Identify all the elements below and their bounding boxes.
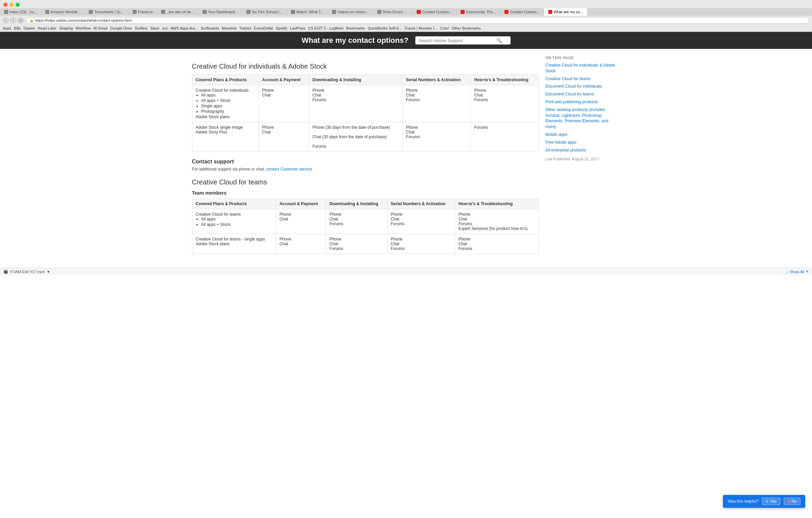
- sidebar-link-cc-individuals[interactable]: Creative Cloud for individuals & Adobe S…: [546, 62, 620, 74]
- sidebar-link-mobile[interactable]: Mobile apps: [546, 132, 620, 138]
- bookmark-item[interactable]: Apps: [3, 26, 11, 30]
- bookmark-item[interactable]: Bookmarks: [346, 26, 365, 30]
- traffic-lights: [0, 0, 812, 8]
- browser-tab[interactable]: What are my co...: [544, 8, 587, 16]
- browser-tab[interactable]: Watch: What T...: [287, 8, 328, 16]
- bookmark-item[interactable]: Bills: [14, 26, 21, 30]
- table-row: Creative Cloud for teams - single apps A…: [192, 234, 538, 254]
- search-input[interactable]: [419, 38, 494, 43]
- bookmark-item[interactable]: QuickBooks Self-E...: [368, 26, 402, 30]
- tab-label: Contact Custom...: [510, 10, 540, 14]
- minimize-button[interactable]: [10, 3, 14, 7]
- sidebar-link-print[interactable]: Print and publishing products: [546, 99, 620, 105]
- plan-extra: Adobe Stock plans: [196, 114, 255, 119]
- search-icon[interactable]: 🔍: [496, 38, 502, 43]
- sidebar-link-dc-individuals[interactable]: Document Cloud for individuals: [546, 84, 620, 89]
- browser-tab[interactable]: Contact Custom...: [500, 8, 544, 16]
- url-bar[interactable]: 🔒 https://helpx.adobe.com/contact/what-c…: [26, 17, 809, 24]
- bookmark-item[interactable]: CS EDIT 2 - LogMein: [308, 26, 344, 30]
- forward-button[interactable]: ›: [10, 17, 16, 23]
- table-cell-serial: PhoneChatForums: [402, 122, 471, 152]
- url-text: https://helpx.adobe.com/contact/what-con…: [35, 18, 132, 22]
- bookmark-item[interactable]: Daylee: [23, 26, 35, 30]
- bottom-bar: 🎬 FOAM Edit V17.mp4 ▼ ↓ Show All ✕: [0, 268, 812, 275]
- file-icon: 🎬: [3, 269, 8, 274]
- list-item: All apps: [201, 93, 255, 97]
- sidebar-link-free[interactable]: Free Adobe apps: [546, 140, 620, 145]
- bookmark-item[interactable]: Future | Monster I...: [405, 26, 437, 30]
- section2-table: Covered Plans & Products Account & Payme…: [192, 198, 539, 254]
- bookmark-item[interactable]: Mavelink: [222, 26, 236, 30]
- tab-label: No Film School |...: [252, 10, 282, 14]
- browser-tab[interactable]: Frame.io: [128, 8, 157, 16]
- table-row: Adobe Stock single image Adobe Story Plu…: [192, 122, 538, 152]
- tab-label: Tests-Errors -...: [383, 10, 408, 14]
- col-header-serial: Serial Numbers & Activation: [387, 199, 455, 209]
- bookmark-item[interactable]: scs - AWS Apps Aut...: [162, 26, 198, 30]
- browser-tab[interactable]: Videos on Vimeo...: [328, 8, 373, 16]
- table-cell-plans: Creative Cloud for teams - single apps A…: [192, 234, 276, 254]
- reload-button[interactable]: ↻: [18, 17, 24, 23]
- tab-favicon: [4, 10, 8, 14]
- browser-tab[interactable]: Community: Pre...: [456, 8, 500, 16]
- tab-favicon: [417, 10, 421, 14]
- bookmark-item[interactable]: Read Later: [38, 26, 56, 30]
- browser-tab[interactable]: Tests-Errors -...: [373, 8, 413, 16]
- bookmark-item[interactable]: Spotify: [276, 26, 288, 30]
- section1-table-body: Creative Cloud for individuals All apps …: [192, 85, 538, 152]
- table-cell-serial: PhoneChatForums: [402, 85, 471, 122]
- browser-tab[interactable]: _bm-adv-of-de...: [157, 8, 198, 16]
- browser-tab[interactable]: Inbox (23) - lrs...: [0, 8, 41, 16]
- browser-chrome: Inbox (23) - lrs...Amazon WorkM...Timesh…: [0, 0, 812, 32]
- tab-favicon: [461, 10, 465, 14]
- download-icon: ↓: [787, 270, 789, 274]
- table-cell-howto: PhoneChatForumsExpert Sessions (for prod…: [455, 209, 538, 234]
- bookmark-item[interactable]: Color: [440, 26, 449, 30]
- file-dropdown-icon[interactable]: ▼: [47, 270, 50, 274]
- tab-favicon: [246, 10, 250, 14]
- browser-tab[interactable]: Amazon WorkM...: [41, 8, 85, 16]
- bookmark-item[interactable]: Surfline: [135, 26, 148, 30]
- bookmark-item[interactable]: Slack: [150, 26, 159, 30]
- maximize-button[interactable]: [16, 3, 20, 7]
- file-name: FOAM Edit V17.mp4: [10, 270, 45, 274]
- bookmark-item[interactable]: Todoist: [239, 26, 251, 30]
- bookmark-item[interactable]: Google Drive: [110, 26, 132, 30]
- sidebar-link-dc-teams[interactable]: Document Cloud for teams: [546, 91, 620, 97]
- plan-list: All apps All apps + Stock: [201, 217, 273, 227]
- section2-table-body: Creative Cloud for teams All apps All ap…: [192, 209, 538, 254]
- tab-label: Community: Pre...: [466, 10, 496, 14]
- tab-label: Contact Custom...: [422, 10, 452, 14]
- back-button[interactable]: ‹: [3, 17, 9, 23]
- show-all-button[interactable]: ↓ Show All ✕: [787, 269, 809, 274]
- bookmark-item[interactable]: M Gmail: [93, 26, 107, 30]
- close-button[interactable]: [3, 3, 7, 7]
- browser-tab[interactable]: Your Dashboard...: [198, 8, 242, 16]
- sidebar-link-cc-teams[interactable]: Creative Cloud for teams: [546, 76, 620, 82]
- sidebar-link-enterprise[interactable]: All enterprise products: [546, 147, 620, 153]
- sidebar-link-other-desktop[interactable]: Other desktop products (includes Acrobat…: [546, 107, 620, 130]
- bookmark-item[interactable]: Shaping: [59, 26, 73, 30]
- tab-label: Inbox (23) - lrs...: [10, 10, 37, 14]
- list-item: Single apps: [201, 104, 255, 108]
- col-header-howto: How-to's & Troubleshooting: [471, 75, 538, 85]
- table-cell-serial: PhoneChatForums: [387, 234, 455, 254]
- bookmark-item[interactable]: Other Bookmarks: [452, 26, 481, 30]
- table-row: Creative Cloud for teams All apps All ap…: [192, 209, 538, 234]
- table-cell-plans: Creative Cloud for teams All apps All ap…: [192, 209, 276, 234]
- tab-favicon: [203, 10, 207, 14]
- col-header-plans: Covered Plans & Products: [192, 199, 276, 209]
- bookmark-item[interactable]: EveryDollar: [254, 26, 273, 30]
- plan-list: All apps All apps + Stock Single apps Ph…: [201, 93, 255, 114]
- last-published: Last Published: August 22, 2017: [546, 157, 620, 161]
- section1-table: Covered Plans & Products Account & Payme…: [192, 74, 539, 152]
- bookmark-item[interactable]: LastPass: [290, 26, 305, 30]
- plan-extra: Adobe Story Plus: [196, 130, 255, 135]
- browser-tab[interactable]: No Film School |...: [242, 8, 287, 16]
- contact-customer-service-link[interactable]: contact Customer service.: [266, 167, 313, 172]
- browser-tab[interactable]: Contact Custom...: [413, 8, 456, 16]
- bookmark-item[interactable]: Surfboards: [201, 26, 219, 30]
- close-downloads-icon[interactable]: ✕: [806, 269, 809, 274]
- bookmark-item[interactable]: Workflow: [75, 26, 91, 30]
- browser-tab[interactable]: Timesheets | Sc...: [85, 8, 128, 16]
